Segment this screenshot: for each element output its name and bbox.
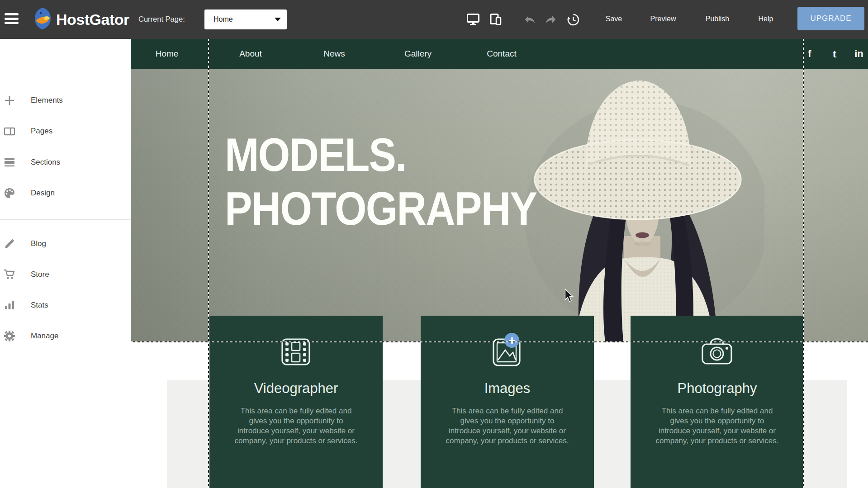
- sections-icon: [4, 156, 15, 168]
- page-select-value: Home: [213, 15, 275, 24]
- site-nav-gallery[interactable]: Gallery: [404, 38, 432, 69]
- site-nav-contact[interactable]: Contact: [487, 38, 516, 69]
- redo-icon[interactable]: [545, 15, 558, 27]
- undo-icon[interactable]: [524, 15, 536, 27]
- plus-icon: [4, 95, 15, 106]
- sidebar-item-elements[interactable]: Elements: [0, 90, 131, 111]
- logo-text: HostGator: [56, 11, 129, 28]
- card-body: This area can be fully edited and gives …: [234, 406, 358, 446]
- sidebar-item-stats[interactable]: Stats: [0, 295, 131, 316]
- topbar: HostGator Current Page: Home: [0, 0, 868, 39]
- hero-section[interactable]: MODELS. PHOTOGRAPHY: [131, 69, 868, 342]
- site-nav-about[interactable]: About: [239, 38, 262, 69]
- sidebar-item-sections[interactable]: Sections: [0, 152, 131, 173]
- site-navbar: Home About News Gallery Contact f t in: [131, 38, 868, 69]
- twitter-icon[interactable]: t: [833, 38, 837, 69]
- card-body: This area can be fully edited and gives …: [655, 406, 779, 446]
- mobile-preview-icon[interactable]: [489, 14, 502, 25]
- card-title: Images: [421, 380, 594, 397]
- blog-icon: [4, 238, 15, 250]
- sidebar-item-design[interactable]: Design: [0, 183, 131, 204]
- design-icon: [4, 187, 15, 199]
- sidebar-item-store[interactable]: Store: [0, 264, 131, 285]
- help-button[interactable]: Help: [753, 15, 778, 23]
- sidebar-divider: [0, 219, 131, 220]
- hostgator-mascot-icon: [32, 7, 53, 32]
- selection-guide-bottom: [131, 341, 868, 342]
- publish-button[interactable]: Publish: [699, 15, 736, 23]
- hero-title: MODELS. PHOTOGRAPHY: [225, 128, 536, 236]
- mouse-cursor: [564, 289, 574, 304]
- pages-icon: [4, 125, 15, 137]
- selection-guide-right: [803, 38, 804, 488]
- current-page-label: Current Page:: [138, 15, 185, 24]
- sidebar: Elements Pages Sections: [0, 39, 131, 488]
- site-nav-news[interactable]: News: [323, 38, 345, 69]
- history-icon[interactable]: [567, 14, 580, 25]
- page-select-dropdown[interactable]: Home: [204, 9, 287, 29]
- facebook-icon[interactable]: f: [808, 38, 811, 69]
- sidebar-item-blog[interactable]: Blog: [0, 233, 131, 254]
- stats-icon: [4, 299, 15, 311]
- card-body: This area can be fully edited and gives …: [445, 406, 569, 446]
- site-nav-home[interactable]: Home: [156, 38, 179, 69]
- card-title: Videographer: [209, 380, 383, 397]
- add-image-badge[interactable]: [504, 333, 519, 348]
- sidebar-item-manage[interactable]: Manage: [0, 326, 131, 346]
- hero-title-line1: MODELS.: [225, 128, 536, 182]
- save-button[interactable]: Save: [599, 15, 628, 23]
- linkedin-icon[interactable]: in: [854, 38, 863, 69]
- menu-icon[interactable]: [5, 13, 20, 26]
- chevron-down-icon: [275, 18, 281, 21]
- hero-model-photo: [511, 69, 764, 342]
- manage-icon: [4, 330, 15, 342]
- desktop-preview-icon[interactable]: [467, 14, 479, 25]
- selection-guide-left: [208, 38, 209, 488]
- camera-icon: [701, 336, 733, 368]
- film-icon: [280, 336, 312, 368]
- upgrade-button[interactable]: UPGRADE: [797, 7, 864, 30]
- preview-button[interactable]: Preview: [645, 15, 682, 23]
- card-title: Photography: [631, 380, 804, 397]
- hero-title-line2: PHOTOGRAPHY: [225, 182, 536, 236]
- store-icon: [4, 269, 15, 280]
- hostgator-logo[interactable]: HostGator: [32, 7, 136, 32]
- hostgator-builder-screen: HostGator Current Page: Home: [0, 0, 868, 488]
- sidebar-item-pages[interactable]: Pages: [0, 121, 131, 142]
